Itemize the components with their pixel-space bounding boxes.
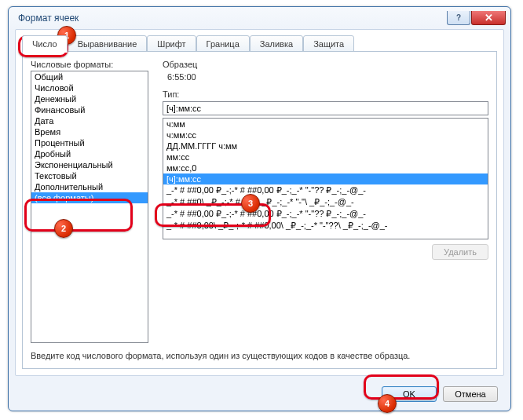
- cancel-button[interactable]: Отмена: [443, 386, 498, 402]
- tab-strip: Число Выравнивание Шрифт Граница Заливка…: [22, 35, 497, 52]
- sample-box: Образец 6:55:00: [163, 60, 488, 83]
- category-list[interactable]: ОбщийЧисловойДенежныйФинансовыйДатаВремя…: [31, 71, 148, 343]
- type-list-item[interactable]: _-* # ##0,00 ₽_-;-* # ##0,00 ₽_-;_-* "-"…: [163, 184, 488, 196]
- window-buttons: ? ✕: [447, 11, 506, 25]
- category-item[interactable]: Числовой: [31, 82, 148, 93]
- dialog-content: Число Выравнивание Шрифт Граница Заливка…: [15, 29, 504, 376]
- sample-label: Образец: [163, 60, 488, 69]
- type-list-item[interactable]: _-* # ##0\ _₽_-;-* # ##0\ _₽_-;_-* "-"\ …: [163, 196, 488, 208]
- category-item[interactable]: Денежный: [31, 93, 148, 104]
- help-button[interactable]: ?: [447, 11, 470, 25]
- category-item[interactable]: Процентный: [31, 137, 148, 148]
- type-list-item[interactable]: мм:сс: [163, 152, 488, 163]
- delete-button[interactable]: Удалить: [432, 244, 488, 260]
- category-item[interactable]: Дополнительный: [31, 181, 148, 192]
- category-item[interactable]: Текстовый: [31, 170, 148, 181]
- close-button[interactable]: ✕: [471, 11, 506, 25]
- tab-border[interactable]: Граница: [196, 35, 250, 53]
- category-item[interactable]: (все форматы): [31, 192, 148, 203]
- tab-fill[interactable]: Заливка: [250, 35, 303, 53]
- categories-label: Числовые форматы:: [31, 60, 148, 69]
- type-label: Тип:: [163, 89, 488, 99]
- category-column: Числовые форматы: ОбщийЧисловойДенежныйФ…: [31, 60, 148, 343]
- type-input[interactable]: [163, 101, 488, 115]
- tab-alignment[interactable]: Выравнивание: [68, 35, 148, 53]
- ok-button[interactable]: OK: [382, 386, 437, 402]
- delete-row: Удалить: [163, 244, 488, 260]
- type-list-item[interactable]: ч:мм: [163, 119, 488, 130]
- category-item[interactable]: Дата: [31, 115, 148, 126]
- type-list-item[interactable]: _-* # ##0,00\ _₽_-;-* # ##0,00\ _₽_-;_-*…: [163, 220, 488, 232]
- type-list[interactable]: ч:ммч:мм:ссДД.ММ.ГГГГ ч:мммм:ссмм:сс,0[ч…: [163, 118, 488, 239]
- upper-panel: Числовые форматы: ОбщийЧисловойДенежныйФ…: [31, 60, 488, 343]
- tab-font[interactable]: Шрифт: [147, 35, 196, 53]
- tab-page-number: Числовые форматы: ОбщийЧисловойДенежныйФ…: [22, 51, 497, 369]
- type-list-item[interactable]: ч:мм:сс: [163, 130, 488, 141]
- format-cells-dialog: Формат ячеек ? ✕ Число Выравнивание Шриф…: [8, 6, 511, 411]
- category-item[interactable]: Экспоненциальный: [31, 159, 148, 170]
- titlebar: Формат ячеек ? ✕: [9, 7, 510, 29]
- category-item[interactable]: Финансовый: [31, 104, 148, 115]
- dialog-footer: OK Отмена: [9, 378, 510, 411]
- right-column: Образец 6:55:00 Тип: ч:ммч:мм:ссДД.ММ.ГГ…: [163, 60, 488, 343]
- type-list-item[interactable]: ДД.ММ.ГГГГ ч:мм: [163, 141, 488, 152]
- tab-protection[interactable]: Защита: [303, 35, 354, 53]
- sample-value: 6:55:00: [163, 71, 488, 83]
- window-title: Формат ячеек: [18, 13, 79, 24]
- type-list-item[interactable]: мм:сс,0: [163, 163, 488, 173]
- category-item[interactable]: Общий: [31, 71, 148, 82]
- type-list-item[interactable]: _-* # ##0,00 ₽_-;-* # ##0,00 ₽_-;_-* "-"…: [163, 208, 488, 220]
- hint-text: Введите код числового формата, используя…: [31, 351, 488, 360]
- category-item[interactable]: Время: [31, 126, 148, 137]
- type-list-item[interactable]: [ч]:мм:сс: [163, 173, 488, 184]
- category-item[interactable]: Дробный: [31, 148, 148, 159]
- tab-number[interactable]: Число: [22, 35, 68, 53]
